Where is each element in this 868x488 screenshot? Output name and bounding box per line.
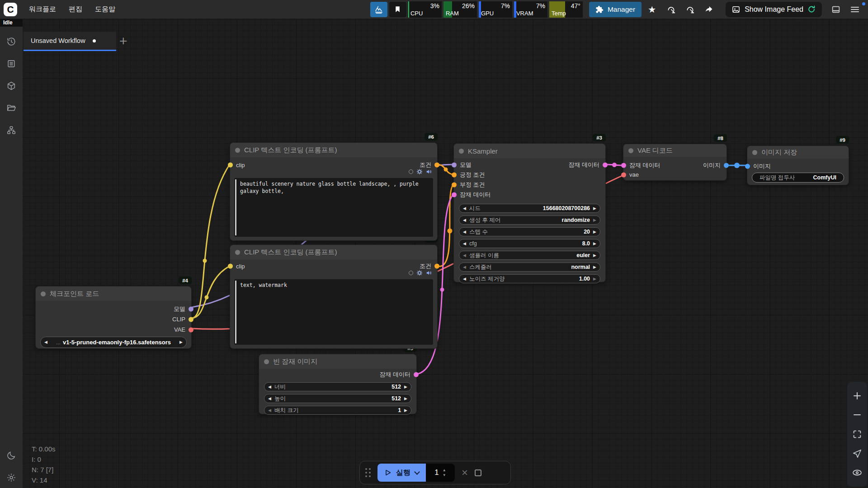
decrement-arrow-icon[interactable]: ◀ <box>268 397 271 401</box>
workflows-folder-icon[interactable] <box>6 103 16 113</box>
hamburger-menu-icon[interactable] <box>846 2 863 17</box>
collapse-dot-icon[interactable] <box>459 149 464 154</box>
decrement-arrow-icon[interactable]: ◀ <box>268 408 271 413</box>
clear-queue-icon[interactable]: × <box>462 466 468 479</box>
node-empty-latent[interactable]: #5 빈 잠재 이미지 잠재 데이터 ◀너비512▶ ◀높이512▶ ◀배치 크… <box>259 354 417 414</box>
node-header[interactable]: CLIP 텍스트 인코딩 (프롬프트) <box>230 245 437 259</box>
node-library-icon[interactable] <box>6 125 16 135</box>
steps-widget[interactable]: ◀스텝 수20▶ <box>459 227 600 236</box>
zoom-out-button[interactable] <box>852 409 863 420</box>
prompt-text[interactable]: beautiful scenery nature glass bottle la… <box>234 178 433 197</box>
chevron-down-icon[interactable] <box>414 469 420 475</box>
node-ksampler[interactable]: #3 KSampler 모델 잠재 데이터 긍정 조건 부정 조건 잠재 데이터… <box>453 143 606 282</box>
negative-input-port[interactable] <box>452 183 457 188</box>
node-clip-encode-negative[interactable]: #7 CLIP 텍스트 인코딩 (프롬프트) clip 조건 text, wat… <box>230 244 438 349</box>
filename-prefix-widget[interactable]: 파일명 접두사 ComfyUI <box>752 173 844 183</box>
zoom-in-button[interactable] <box>852 390 863 401</box>
batch-count-input[interactable]: 1 ▲▼ <box>426 464 455 482</box>
model-library-icon[interactable] <box>6 81 16 91</box>
increment-arrow-icon[interactable]: ▶ <box>593 265 596 269</box>
latent-input-port[interactable] <box>452 192 457 197</box>
sampler-name-widget[interactable]: ◀샘플러 이름euler▶ <box>459 251 600 260</box>
toggle-link-visibility-button[interactable] <box>852 467 863 478</box>
image-output-port[interactable] <box>724 163 729 168</box>
collapse-dot-icon[interactable] <box>235 148 240 153</box>
manager-button[interactable]: Manager <box>589 2 642 17</box>
increment-arrow-icon[interactable]: ▶ <box>404 397 407 401</box>
decrement-arrow-icon[interactable]: ◀ <box>463 218 466 222</box>
denoise-widget[interactable]: ◀노이즈 제거양1.00▶ <box>459 274 600 283</box>
theme-toggle-moon-icon[interactable] <box>6 450 16 460</box>
history-icon[interactable] <box>6 37 16 47</box>
conditioning-output-port[interactable] <box>434 264 439 269</box>
star-icon[interactable]: ★ <box>643 2 660 17</box>
vae-input-port[interactable] <box>621 172 626 177</box>
batch-count-steppers[interactable]: ▲▼ <box>443 469 446 477</box>
select-mode-button[interactable] <box>852 448 863 459</box>
textarea-grip[interactable] <box>235 179 236 235</box>
increment-arrow-icon[interactable]: ▶ <box>179 340 183 344</box>
width-widget[interactable]: ◀너비512▶ <box>264 382 411 391</box>
menu-edit[interactable]: 편집 <box>62 0 89 19</box>
batch-size-widget[interactable]: ◀배치 크기1▶ <box>264 406 411 415</box>
model-input-port[interactable] <box>452 163 457 168</box>
share-icon[interactable] <box>700 2 717 17</box>
collapse-dot-icon[interactable] <box>628 148 633 153</box>
latent-output-port[interactable] <box>603 163 608 168</box>
latent-input-port[interactable] <box>621 163 626 168</box>
clip-input-port[interactable] <box>228 163 233 168</box>
execute-toolbar[interactable]: 실행 1 ▲▼ × <box>359 461 511 484</box>
resource-monitor-button[interactable] <box>370 2 387 17</box>
decrement-arrow-icon[interactable]: ◀ <box>463 253 466 258</box>
prompt-text[interactable]: text, watermark <box>234 279 433 291</box>
gear-icon[interactable] <box>416 270 423 276</box>
latent-output-port[interactable] <box>414 372 419 377</box>
prompt-textarea[interactable]: beautiful scenery nature glass bottle la… <box>234 178 433 237</box>
drag-handle-icon[interactable] <box>365 468 371 477</box>
clip-input-port[interactable] <box>228 264 233 269</box>
gear-icon[interactable] <box>416 169 423 175</box>
collapse-dot-icon[interactable] <box>41 291 46 296</box>
scheduler-widget[interactable]: ◀스케줄러normal▶ <box>459 263 600 272</box>
node-header[interactable]: 빈 잠재 이미지 <box>259 354 416 369</box>
prompt-textarea[interactable]: text, watermark <box>234 279 433 345</box>
increment-arrow-icon[interactable]: ▶ <box>593 277 596 281</box>
checkpoint-select-widget[interactable]: ◀ ...v1-5-pruned-emaonly-fp16.safetensor… <box>40 337 187 348</box>
increment-arrow-icon[interactable]: ▶ <box>593 242 596 246</box>
node-header[interactable]: VAE 디코드 <box>623 144 726 157</box>
decrement-arrow-icon[interactable]: ◀ <box>268 385 271 389</box>
run-button[interactable]: 실행 <box>377 464 426 482</box>
speaker-icon[interactable] <box>426 169 432 175</box>
decrement-arrow-icon[interactable]: ◀ <box>44 340 47 344</box>
workflow-tab[interactable]: Unsaved Workflow <box>24 32 116 51</box>
toggle-circle-icon[interactable] <box>409 169 413 174</box>
model-output-port[interactable] <box>189 306 193 311</box>
image-input-port[interactable] <box>745 164 750 169</box>
bookmark-button[interactable] <box>389 2 406 17</box>
increment-arrow-icon[interactable]: ▶ <box>593 218 596 222</box>
increment-arrow-icon[interactable]: ▶ <box>593 253 596 258</box>
control-after-generate-widget[interactable]: ◀생성 후 제어randomize▶ <box>459 216 600 225</box>
vacuum-icon-1[interactable] <box>662 2 679 17</box>
clip-output-port[interactable] <box>189 317 193 322</box>
speaker-icon[interactable] <box>426 270 432 276</box>
menu-help[interactable]: 도움말 <box>89 0 122 19</box>
increment-arrow-icon[interactable]: ▶ <box>593 230 596 234</box>
node-header[interactable]: 체크포인트 로드 <box>36 286 191 301</box>
toggle-circle-icon[interactable] <box>409 271 413 275</box>
decrement-icon[interactable]: ▼ <box>443 474 446 477</box>
vae-output-port[interactable] <box>189 327 193 332</box>
stop-icon[interactable] <box>475 469 481 476</box>
decrement-arrow-icon[interactable]: ◀ <box>463 230 466 234</box>
vacuum-icon-2[interactable] <box>681 2 698 17</box>
positive-input-port[interactable] <box>452 173 457 178</box>
node-vae-decode[interactable]: #8 VAE 디코드 잠재 데이터 이미지 vae <box>623 144 727 181</box>
increment-arrow-icon[interactable]: ▶ <box>404 408 407 413</box>
node-header[interactable]: CLIP 텍스트 인코딩 (프롬프트) <box>230 143 437 157</box>
height-widget[interactable]: ◀높이512▶ <box>264 394 411 403</box>
decrement-arrow-icon[interactable]: ◀ <box>463 242 466 246</box>
show-image-feed-button[interactable]: Show Image Feed <box>726 2 822 17</box>
node-save-image[interactable]: #9 이미지 저장 이미지 파일명 접두사 ComfyUI <box>747 145 849 185</box>
decrement-arrow-icon[interactable]: ◀ <box>463 265 466 269</box>
decrement-arrow-icon[interactable]: ◀ <box>463 206 466 211</box>
